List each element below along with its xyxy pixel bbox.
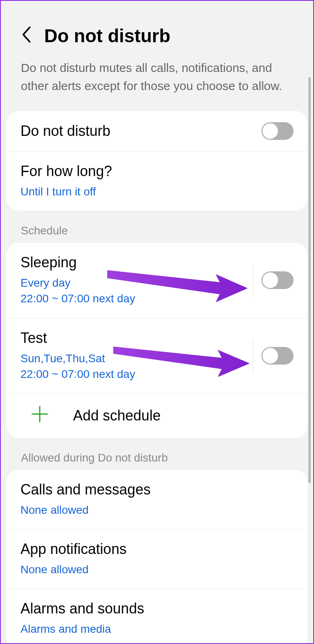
page-title: Do not disturb <box>44 25 170 47</box>
header: Do not disturb <box>1 1 313 55</box>
schedule-detail: Every day22:00 ~ 07:00 next day <box>20 275 253 306</box>
calls-messages-row[interactable]: Calls and messages None allowed <box>6 470 308 529</box>
duration-value: Until I turn it off <box>20 184 294 199</box>
schedule-name: Test <box>20 330 253 347</box>
duration-label: For how long? <box>20 163 294 180</box>
allowed-label: Calls and messages <box>20 481 294 498</box>
divider <box>253 340 253 372</box>
sleeping-toggle[interactable] <box>261 271 294 289</box>
schedule-row-sleeping[interactable]: Sleeping Every day22:00 ~ 07:00 next day <box>6 243 308 318</box>
allowed-section-header: Allowed during Do not disturb <box>1 438 313 470</box>
schedule-row-test[interactable]: Test Sun,Tue,Thu,Sat22:00 ~ 07:00 next d… <box>6 318 308 394</box>
app-notifications-row[interactable]: App notifications None allowed <box>6 529 308 589</box>
dnd-toggle[interactable] <box>261 122 294 140</box>
divider <box>253 264 253 296</box>
add-schedule-row[interactable]: Add schedule <box>6 394 308 438</box>
schedule-detail: Sun,Tue,Thu,Sat22:00 ~ 07:00 next day <box>20 351 253 382</box>
allowed-value: None allowed <box>20 502 294 518</box>
duration-row[interactable]: For how long? Until I turn it off <box>6 152 308 211</box>
main-card: Do not disturb For how long? Until I tur… <box>6 111 308 211</box>
allowed-value: Alarms and media <box>20 621 294 637</box>
alarms-sounds-row[interactable]: Alarms and sounds Alarms and media <box>6 589 308 644</box>
schedule-section-header: Schedule <box>1 211 313 243</box>
allowed-value: None allowed <box>20 562 294 577</box>
schedule-name: Sleeping <box>20 254 253 271</box>
page-description: Do not disturb mutes all calls, notifica… <box>1 55 313 111</box>
dnd-toggle-row[interactable]: Do not disturb <box>6 111 308 152</box>
allowed-label: App notifications <box>20 541 294 558</box>
add-schedule-label: Add schedule <box>73 407 161 424</box>
test-toggle[interactable] <box>261 347 294 365</box>
schedule-card: Sleeping Every day22:00 ~ 07:00 next day… <box>6 243 308 438</box>
dnd-label: Do not disturb <box>20 123 261 139</box>
allowed-card: Calls and messages None allowed App noti… <box>6 470 308 644</box>
plus-icon <box>31 405 49 427</box>
back-icon[interactable] <box>21 26 32 46</box>
allowed-label: Alarms and sounds <box>20 600 294 617</box>
scrollbar[interactable] <box>308 77 311 483</box>
